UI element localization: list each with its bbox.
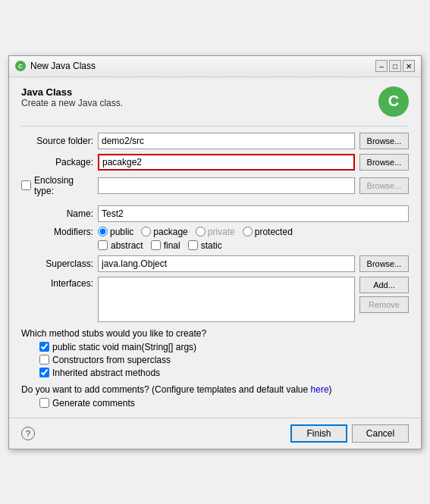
generate-comments-label[interactable]: Generate comments [39,398,409,409]
superclass-browse-button[interactable]: Browse... [359,255,409,272]
enclosing-type-checkbox[interactable] [21,180,31,190]
interfaces-label: Interfaces: [21,277,93,289]
modifier-final-text: final [164,240,180,251]
modifier-static-text: static [201,240,222,251]
package-browse-button[interactable]: Browse... [359,154,409,171]
source-folder-label: Source folder: [21,136,93,146]
interfaces-remove-button[interactable]: Remove [359,296,409,313]
maximize-button[interactable]: □ [389,60,401,72]
interfaces-add-button[interactable]: Add... [359,277,409,293]
enclosing-type-browse-button[interactable]: Browse... [359,177,409,194]
generate-comments-checkbox[interactable] [39,398,49,408]
comments-section: Do you want to add comments? (Configure … [21,384,409,409]
method-stub-2-label[interactable]: Constructors from superclass [39,355,409,365]
modifiers-label: Modifiers: [21,227,93,237]
method-stub-3-text: Inherited abstract methods [52,368,160,378]
help-button[interactable]: ? [21,427,35,440]
name-row: Name: [21,205,409,222]
source-folder-browse-button[interactable]: Browse... [359,133,409,149]
dialog-body: Java Class Create a new Java class. C So… [9,77,421,418]
header-section: Java Class Create a new Java class. C [21,86,409,117]
method-stub-1-label[interactable]: public static void main(String[] args) [39,342,409,352]
modifier-public-label[interactable]: public [98,227,133,237]
superclass-label: Superclass: [21,258,93,269]
method-stub-2-text: Constructors from superclass [52,355,171,365]
name-input[interactable] [98,205,409,222]
modifier-public-radio[interactable] [98,227,108,236]
dialog-subtitle: Create a new Java class. [21,98,123,108]
interfaces-buttons: Add... Remove [359,277,409,313]
enclosing-type-label-area: Enclosing type: [21,175,93,196]
method-stubs-question: Which method stubs would you like to cre… [21,328,409,339]
modifier-abstract-text: abstract [111,240,143,251]
header-divider [21,126,409,127]
modifier-package-radio[interactable] [141,227,151,236]
source-folder-input[interactable] [98,133,355,149]
enclosing-type-checkbox-label[interactable]: Enclosing type: [21,175,93,196]
method-stub-2-checkbox[interactable] [39,355,49,365]
package-label: Package: [21,157,93,167]
method-stub-3-checkbox[interactable] [39,368,49,377]
method-stubs-options: public static void main(String[] args) C… [21,342,409,378]
method-stub-1-text: public static void main(String[] args) [52,342,196,352]
modifiers-checkboxes: abstract final static [98,240,222,251]
dialog-title: New Java Class [30,61,96,71]
footer: ? Finish Cancel [9,418,421,449]
title-bar-left: C New Java Class [15,61,96,71]
modifier-public-text: public [110,227,133,237]
dialog-heading: Java Class [21,86,123,98]
generate-comments-text: Generate comments [52,398,135,409]
modifier-package-text: package [153,227,187,237]
modifier-protected-text: protected [255,227,293,237]
modifier-static-label[interactable]: static [188,240,222,251]
superclass-row: Superclass: Browse... [21,255,409,272]
interfaces-row: Interfaces: Add... Remove [21,277,409,322]
finish-button[interactable]: Finish [290,424,347,443]
close-button[interactable]: ✕ [403,60,415,72]
superclass-input[interactable] [98,255,355,272]
modifiers-row: Modifiers: public package private protec… [21,227,409,237]
enclosing-type-input[interactable] [98,177,355,194]
interfaces-textarea[interactable] [98,277,355,322]
dialog-title-icon: C [15,61,26,71]
modifier-protected-label[interactable]: protected [243,227,293,237]
method-stub-1-checkbox[interactable] [39,342,49,352]
modifiers-row2: abstract final static [21,240,409,251]
enclosing-type-label: Enclosing type: [34,175,93,196]
title-bar: C New Java Class – □ ✕ [9,56,421,77]
header-text: Java Class Create a new Java class. [21,86,123,108]
footer-buttons: Finish Cancel [290,424,409,443]
enclosing-type-row: Enclosing type: Browse... [21,175,409,196]
comments-question-suffix: ) [329,384,332,395]
package-row: Package: Browse... [21,154,409,171]
new-java-class-dialog: C New Java Class – □ ✕ Java Class Create… [8,55,422,449]
modifier-private-text: private [208,227,235,237]
source-folder-row: Source folder: Browse... [21,133,409,149]
comments-question-prefix: Do you want to add comments? (Configure … [21,384,311,395]
method-stub-3-label[interactable]: Inherited abstract methods [39,368,409,378]
minimize-button[interactable]: – [375,60,388,72]
eclipse-logo-icon: C [378,86,409,117]
package-input[interactable] [98,154,355,171]
name-label: Name: [21,208,93,219]
modifier-final-label[interactable]: final [151,240,180,251]
modifier-protected-radio[interactable] [243,227,253,236]
title-bar-controls: – □ ✕ [375,60,415,72]
modifier-static-checkbox[interactable] [188,240,198,250]
comments-here-link[interactable]: here [311,384,329,395]
modifier-private-radio[interactable] [196,227,206,236]
modifier-abstract-checkbox[interactable] [98,240,108,250]
modifier-abstract-label[interactable]: abstract [98,240,143,251]
modifiers-options: public package private protected [98,227,293,237]
comments-question: Do you want to add comments? (Configure … [21,384,409,395]
comments-checkbox-row: Generate comments [21,398,409,409]
cancel-button[interactable]: Cancel [352,424,409,443]
modifier-final-checkbox[interactable] [151,240,161,250]
modifier-package-label[interactable]: package [141,227,187,237]
modifier-private-label[interactable]: private [196,227,235,237]
